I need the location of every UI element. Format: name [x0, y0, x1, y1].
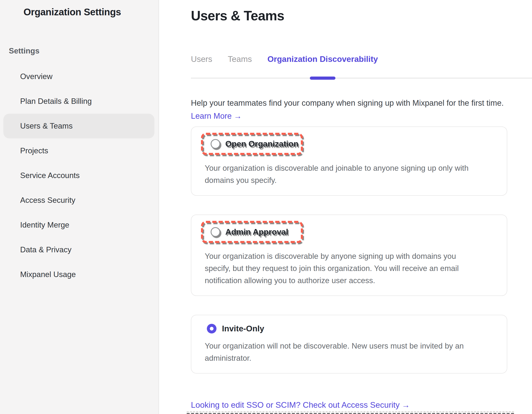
option-description-admin-approval: Your organization is discoverable by any…	[205, 250, 494, 287]
sidebar-item-users-teams[interactable]: Users & Teams	[3, 114, 154, 138]
option-label-invite-only[interactable]: Invite-Only	[222, 324, 264, 334]
option-label-open-organization[interactable]: Open Organization	[225, 139, 298, 149]
sidebar-item-access-security[interactable]: Access Security	[0, 188, 159, 213]
sidebar: Organization Settings Settings Overview …	[0, 0, 159, 414]
red-dashed-annotation-open-organization: Open Organization	[201, 133, 303, 155]
tab-organization-discoverability[interactable]: Organization Discoverability	[267, 55, 378, 78]
access-security-link-label: Looking to edit SSO or SCIM? Check out A…	[191, 400, 400, 409]
sidebar-item-data-privacy[interactable]: Data & Privacy	[0, 237, 159, 262]
intro-text: Help your teammates find your company wh…	[191, 97, 532, 108]
option-card-admin-approval: Admin Approval Your organization is disc…	[191, 215, 507, 296]
option-card-open-organization: Open Organization Your organization is d…	[191, 126, 507, 196]
sidebar-item-service-accounts[interactable]: Service Accounts	[0, 163, 159, 188]
tab-bar: Users Teams Organization Discoverability	[191, 55, 532, 79]
sidebar-title: Organization Settings	[23, 6, 159, 18]
radio-invite-only[interactable]	[207, 324, 217, 333]
cutoff-annotation-dashes	[187, 411, 514, 414]
page-title: Users & Teams	[191, 8, 532, 23]
sidebar-item-overview[interactable]: Overview	[0, 64, 159, 89]
sidebar-nav: Overview Plan Details & Billing Users & …	[0, 64, 159, 287]
red-dashed-annotation-admin-approval: Admin Approval	[201, 221, 303, 243]
sidebar-item-plan-details-billing[interactable]: Plan Details & Billing	[0, 89, 159, 114]
sidebar-item-identity-merge[interactable]: Identity Merge	[0, 213, 159, 237]
option-label-admin-approval[interactable]: Admin Approval	[225, 227, 288, 237]
learn-more-label: Learn More	[191, 112, 232, 120]
sidebar-item-mixpanel-usage[interactable]: Mixpanel Usage	[0, 262, 159, 287]
radio-open-organization[interactable]	[211, 139, 220, 149]
option-card-invite-only: Invite-Only Your organization will not b…	[191, 315, 507, 374]
sidebar-section-label: Settings	[9, 47, 159, 55]
radio-admin-approval[interactable]	[211, 227, 220, 237]
tab-teams[interactable]: Teams	[228, 55, 252, 78]
tab-users[interactable]: Users	[191, 55, 212, 78]
learn-more-link[interactable]: Learn More→	[191, 111, 242, 122]
option-row-invite-only: Invite-Only	[207, 324, 494, 334]
organization-settings-screen: Organization Settings Settings Overview …	[0, 0, 532, 414]
option-description-invite-only: Your organization will not be discoverab…	[205, 340, 494, 364]
arrow-right-icon: →	[234, 111, 242, 122]
option-description-open-organization: Your organization is discoverable and jo…	[205, 162, 494, 187]
access-security-link[interactable]: Looking to edit SSO or SCIM? Check out A…	[191, 400, 410, 410]
sidebar-item-projects[interactable]: Projects	[0, 138, 159, 163]
arrow-right-icon: →	[402, 400, 410, 410]
main-content: Users & Teams Users Teams Organization D…	[159, 0, 532, 414]
